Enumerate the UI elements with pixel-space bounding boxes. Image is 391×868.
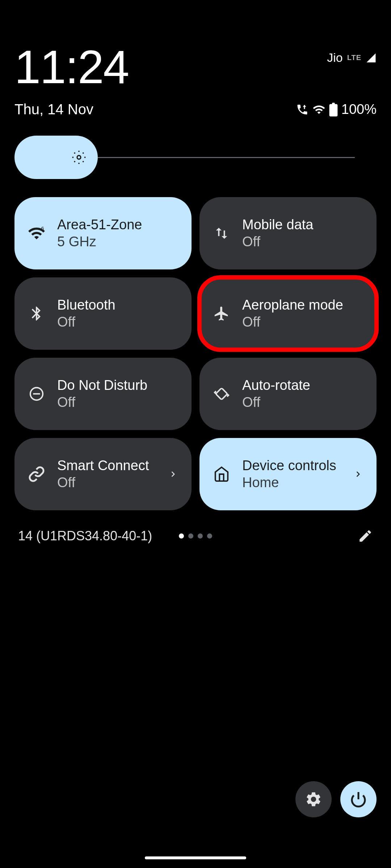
date-label: Thu, 14 Nov <box>14 101 93 118</box>
svg-rect-1 <box>332 103 335 105</box>
battery-icon <box>329 103 338 116</box>
bluetooth-icon <box>28 305 46 323</box>
tile-title: Mobile data <box>242 217 313 233</box>
link-icon <box>28 465 46 483</box>
signal-icon <box>366 52 377 63</box>
data-arrows-icon <box>213 224 231 242</box>
brightness-gear-icon <box>72 150 86 165</box>
svg-point-2 <box>77 156 81 159</box>
wifi-icon: 6 <box>28 224 46 242</box>
page-indicator[interactable] <box>179 533 212 539</box>
tile-do-not-disturb[interactable]: Do Not Disturb Off <box>14 358 192 430</box>
tile-bluetooth[interactable]: Bluetooth Off <box>14 277 192 350</box>
tile-title: Device controls <box>242 458 336 473</box>
tile-airplane-mode[interactable]: Aeroplane mode Off <box>199 277 377 350</box>
tile-subtitle: Off <box>242 314 343 330</box>
svg-rect-6 <box>216 388 228 400</box>
carrier-info: Jio LTE <box>327 51 377 65</box>
home-icon <box>213 465 231 483</box>
tile-subtitle: 5 GHz <box>57 234 142 250</box>
chevron-right-icon <box>168 469 178 480</box>
network-type-badge: LTE <box>347 54 361 62</box>
carrier-name: Jio <box>327 51 342 65</box>
settings-button[interactable] <box>295 781 332 817</box>
airplane-icon <box>213 305 231 323</box>
chevron-right-icon <box>353 469 363 480</box>
battery-percent: 100% <box>341 102 377 117</box>
clock-time: 11:24 <box>14 43 129 90</box>
tile-title: Aeroplane mode <box>242 297 343 313</box>
home-indicator[interactable] <box>145 856 246 859</box>
status-icons: 100% <box>296 102 377 117</box>
bottom-actions <box>295 781 377 817</box>
build-version: 14 (U1RDS34.80-40-1) <box>18 528 152 544</box>
svg-text:6: 6 <box>41 226 44 231</box>
tile-title: Smart Connect <box>57 458 149 473</box>
page-dot <box>188 533 193 539</box>
page-dot <box>179 533 184 539</box>
tile-subtitle: Off <box>242 234 313 250</box>
tile-subtitle: Off <box>57 314 115 330</box>
qs-footer: 14 (U1RDS34.80-40-1) <box>0 518 391 554</box>
tile-title: Do Not Disturb <box>57 378 147 393</box>
tile-device-controls[interactable]: Device controls Home <box>199 438 377 510</box>
quick-settings-tiles: 6 Area-51-Zone 5 GHz Mobile data Off Blu… <box>0 190 391 518</box>
status-header: 11:24 Jio LTE Thu, 14 Nov 100% <box>0 0 391 125</box>
dnd-icon <box>28 385 46 403</box>
tile-auto-rotate[interactable]: Auto-rotate Off <box>199 358 377 430</box>
brightness-slider[interactable] <box>0 125 391 190</box>
tile-mobile-data[interactable]: Mobile data Off <box>199 197 377 269</box>
tile-subtitle: Off <box>57 475 149 490</box>
tile-title: Area-51-Zone <box>57 217 142 233</box>
rotate-icon <box>213 385 231 403</box>
wifi-calling-icon <box>296 103 309 116</box>
tile-subtitle: Off <box>57 395 147 410</box>
page-dot <box>198 533 203 539</box>
tile-smart-connect[interactable]: Smart Connect Off <box>14 438 192 510</box>
tile-title: Bluetooth <box>57 297 115 313</box>
svg-rect-0 <box>329 104 337 116</box>
page-dot <box>207 533 212 539</box>
tile-subtitle: Home <box>242 475 336 490</box>
tile-wifi[interactable]: 6 Area-51-Zone 5 GHz <box>14 197 192 269</box>
tile-subtitle: Off <box>242 395 310 410</box>
power-button[interactable] <box>340 781 377 817</box>
wifi-status-icon <box>312 103 325 116</box>
edit-tiles-button[interactable] <box>358 528 373 544</box>
tile-title: Auto-rotate <box>242 378 310 393</box>
